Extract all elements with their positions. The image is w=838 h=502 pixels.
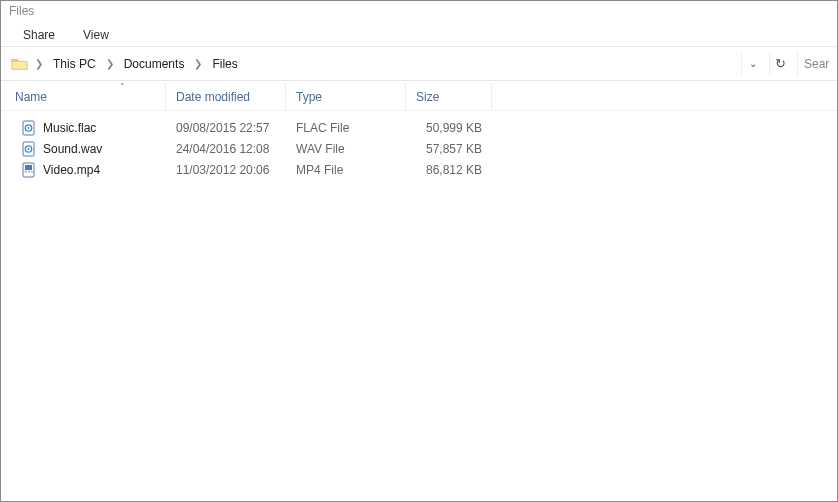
chevron-right-icon[interactable]: ❯ [190,58,206,69]
search-placeholder: Sear [804,57,829,71]
menu-share[interactable]: Share [23,28,55,42]
menu-view[interactable]: View [83,28,109,42]
breadcrumb-item[interactable]: Files [208,55,241,73]
column-label: Name [15,90,47,104]
folder-icon [11,56,29,72]
table-row[interactable]: Sound.wav24/04/2016 12:08WAV File57,857 … [1,138,837,159]
file-icon [21,162,37,178]
svg-rect-9 [28,171,30,173]
file-size: 86,812 KB [426,163,482,177]
chevron-right-icon[interactable]: ❯ [102,58,118,69]
address-bar[interactable]: ❯ This PC ❯ Documents ❯ Files [7,52,735,76]
file-rows: Music.flac09/08/2015 22:57FLAC File50,99… [1,111,837,180]
breadcrumb-item[interactable]: Documents [120,55,189,73]
column-label: Type [296,90,322,104]
svg-rect-10 [31,171,33,173]
column-header-date[interactable]: Date modified [166,83,286,110]
file-date: 11/03/2012 20:06 [176,163,269,177]
column-header-name[interactable]: Name ˄ [1,83,166,110]
file-size: 50,999 KB [426,121,482,135]
refresh-icon: ↻ [775,56,786,71]
svg-rect-8 [25,171,27,173]
svg-point-2 [28,127,30,129]
address-dropdown-button[interactable]: ⌄ [741,53,763,75]
breadcrumb-item[interactable]: This PC [49,55,100,73]
refresh-button[interactable]: ↻ [769,53,791,75]
search-input[interactable]: Sear [797,52,831,76]
file-size: 57,857 KB [426,142,482,156]
chevron-right-icon[interactable]: ❯ [31,58,47,69]
file-type: FLAC File [296,121,349,135]
column-label: Date modified [176,90,250,104]
menubar: Share View [1,23,837,47]
explorer-window: Files Share View ❯ This PC ❯ Documents ❯… [0,0,838,502]
file-name: Video.mp4 [43,163,100,177]
column-header-size[interactable]: Size [406,83,492,110]
file-icon [21,141,37,157]
sort-indicator-icon: ˄ [120,82,125,92]
file-date: 24/04/2016 12:08 [176,142,269,156]
svg-rect-7 [25,165,32,170]
svg-point-5 [28,148,30,150]
file-type: WAV File [296,142,345,156]
file-date: 09/08/2015 22:57 [176,121,269,135]
file-name: Sound.wav [43,142,102,156]
file-icon [21,120,37,136]
file-list-area: Name ˄ Date modified Type Size Music.fla… [1,81,837,501]
file-name: Music.flac [43,121,96,135]
address-row: ❯ This PC ❯ Documents ❯ Files ⌄ ↻ Sear [1,47,837,81]
table-row[interactable]: Video.mp411/03/2012 20:06MP4 File86,812 … [1,159,837,180]
column-label: Size [416,90,439,104]
table-row[interactable]: Music.flac09/08/2015 22:57FLAC File50,99… [1,117,837,138]
column-header-type[interactable]: Type [286,83,406,110]
column-headers: Name ˄ Date modified Type Size [1,83,837,111]
file-type: MP4 File [296,163,343,177]
chevron-down-icon: ⌄ [749,58,757,69]
window-title: Files [1,1,837,23]
